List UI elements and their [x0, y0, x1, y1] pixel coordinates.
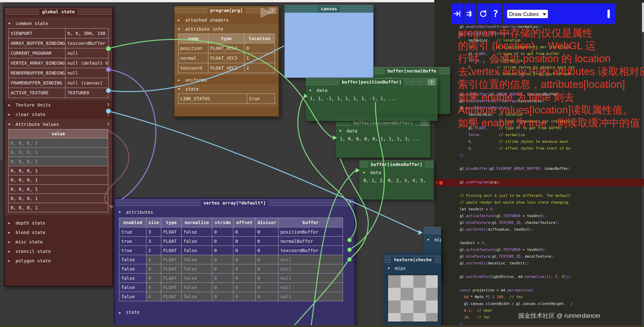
buffer-normal-header[interactable]: buffer[normalBuffe [374, 67, 450, 75]
attr-enabled: false [119, 292, 146, 301]
canvas-panel[interactable]: canvas [284, 5, 374, 78]
table-row: texcoord FLOAT_VEC2 2 [178, 63, 275, 73]
collapsed-state-expander[interactable]: ▶ depth state [5, 218, 112, 228]
table-row: false 4 FLOAT false 0 0 0 null [119, 264, 343, 273]
triangle-right-icon: ▶ [8, 113, 12, 116]
texture-mips-expander[interactable]: ▼ mips [384, 264, 441, 273]
code-line: gl.uniform3fv(lightDirLoc, m4.normalize(… [460, 273, 575, 280]
vertex-array-panel[interactable]: vertex array[*default*] ? ▼ attributes e… [114, 198, 355, 327]
attribute-value: 0, 0, 0, 1 [8, 147, 108, 157]
attr-size: 3 [146, 227, 161, 237]
restart-button[interactable] [477, 3, 489, 24]
attr-normalize: false [182, 246, 212, 255]
attribute-values-table: value 0, 0, 0, 10, 0, 0, 10, 0, 0, 10, 0… [8, 129, 108, 212]
buffer-index-panel[interactable]: buffer[indexBuffer] ▼ data 0, 1, 2, 0, 2… [360, 161, 434, 200]
attr-divisor: 0 [255, 292, 278, 301]
step-next-command-button[interactable] [451, 3, 463, 24]
column-header: normalize [182, 218, 212, 227]
attr-normalize: false [182, 283, 212, 292]
help-icon[interactable]: ? [107, 122, 110, 127]
collapsed-state-expander[interactable]: ▶ blend state [5, 228, 112, 237]
code-line: texUnit = 3; [460, 240, 575, 246]
uniforms-expander[interactable]: ▶ uniforms [174, 75, 278, 84]
attr-type: FLOAT_VEC3 [208, 53, 244, 63]
code-line [460, 186, 575, 192]
common-state-expander[interactable]: ▼ common state [5, 19, 112, 28]
help-icon[interactable]: ? [428, 79, 435, 85]
attribute-value: 0, 0, 0, 1 [8, 184, 108, 194]
help-icon: ? [493, 8, 498, 19]
column-header: buffer [278, 218, 343, 227]
attr-enabled: false [119, 255, 146, 264]
attr-normalize: false [182, 264, 212, 273]
buffer-index-header[interactable]: buffer[indexBuffer] [360, 161, 434, 168]
attr-type: FLOAT [161, 292, 182, 301]
table-row: 0, 0, 0, 1 [8, 166, 108, 175]
example-select[interactable]: Draw Cubes [507, 10, 548, 18]
vertex-array-header[interactable]: vertex array[*default*] ? [115, 199, 354, 207]
code-line [460, 280, 575, 287]
texture-checker-panel[interactable]: texture[checke ▼ mips [384, 253, 441, 327]
program-panel[interactable]: program[prg] ? ▶ attached shaders ▼ attr… [174, 6, 280, 117]
run-to-next-draw-button[interactable] [464, 3, 476, 24]
triangle-right-icon: ▶ [8, 240, 12, 244]
attr-buffer: null [278, 283, 343, 292]
attr-stride: 0 [212, 292, 233, 301]
table-row: 0, 0, 0, 1 [8, 175, 108, 184]
texture-units-expander[interactable]: ▶ Texture Units ? [5, 100, 112, 110]
state-value: texcoordBuffer [65, 38, 108, 48]
attr-enabled: true [119, 227, 146, 237]
state-name: LINK_STATUS [178, 94, 247, 104]
attr-stride: 0 [212, 273, 233, 283]
help-button[interactable]: ? [490, 3, 501, 24]
clear-state-expander[interactable]: ▶ clear state ? [5, 110, 112, 119]
attr-divisor: 0 [255, 237, 278, 246]
table-row: false 4 FLOAT false 0 0 0 null [119, 292, 343, 301]
triangle-right-icon: ▶ [8, 231, 12, 234]
buffer-position-header[interactable]: buffer[positionBuffer] ? [306, 78, 438, 86]
collapsed-state-expander[interactable]: ▶ misc state [5, 237, 112, 247]
table-row: normal FLOAT_VEC3 1 [178, 53, 275, 63]
attr-type: FLOAT_VEC2 [208, 63, 244, 73]
buffer-index-data-expander[interactable]: ▼ data [360, 168, 434, 177]
global-state-header[interactable]: global state [5, 8, 112, 15]
table-row: VIEWPORT 0, 0, 300, 150 [8, 28, 108, 38]
global-state-panel[interactable]: global state ▼ common state VIEWPORT 0, … [4, 7, 113, 287]
buffer-texcoord-data-expander[interactable]: ▼ data [336, 127, 430, 135]
buffer-position-data-expander[interactable]: ▼ data [306, 86, 438, 95]
attr-offset: 0 [233, 283, 255, 292]
vertex-state-expander[interactable]: ▼ state [115, 301, 354, 316]
collapsed-state-expander[interactable]: ▶ stencil state [5, 247, 112, 256]
buffer-texcoord-panel[interactable]: buffer[texcoordBuffer] ? ▼ data 1, 0, 0,… [336, 119, 430, 158]
table-row: 0, 0, 0, 1 [8, 138, 108, 147]
attr-size: 4 [146, 292, 161, 301]
table-row: 0, 0, 0, 1 [8, 194, 108, 203]
attr-buffer: null [278, 292, 343, 301]
attr-buffer: null [278, 255, 343, 264]
texture-back-header[interactable] [424, 227, 441, 235]
program-state-expander[interactable]: ▼ state [174, 84, 278, 93]
help-icon[interactable]: ? [348, 200, 351, 206]
attribute-info-expander[interactable]: ▼ attribute info [174, 24, 278, 33]
attribute-values-expander[interactable]: ▼ Attribute Values ? [5, 120, 112, 129]
table-row: 0, 0, 0, 1 [8, 184, 108, 194]
attr-offset: 0 [233, 255, 255, 264]
canvas-panel-header[interactable]: canvas [284, 5, 374, 12]
table-row: true 3 FLOAT false 0 0 0 normalBuffer [119, 237, 343, 246]
attr-type: FLOAT [161, 246, 182, 255]
table-row: ARRAY_BUFFER_BINDING texcoordBuffer [8, 38, 108, 48]
attr-name: position [178, 43, 208, 53]
collapsed-state-expander[interactable]: ▶ polygon state [5, 256, 112, 266]
state-value: null [65, 68, 108, 78]
attr-divisor: 0 [255, 246, 278, 255]
help-icon[interactable]: ? [107, 112, 110, 117]
buffer-position-panel[interactable]: buffer[positionBuffer] ? ▼ data 1, 1, -1… [306, 78, 438, 121]
attr-location: 1 [244, 53, 275, 63]
texture-checker-header[interactable]: texture[checke [384, 256, 441, 264]
attr-enabled: false [119, 264, 146, 273]
triangle-down-icon: ▼ [119, 210, 123, 214]
table-row: VERTEX_ARRAY_BINDING null (default VAO) [8, 58, 108, 68]
attributes-expander[interactable]: ▼ attributes [115, 207, 354, 218]
help-icon[interactable]: ? [107, 102, 110, 108]
texture-back-mips-expander[interactable]: ▼ mips [424, 235, 441, 245]
